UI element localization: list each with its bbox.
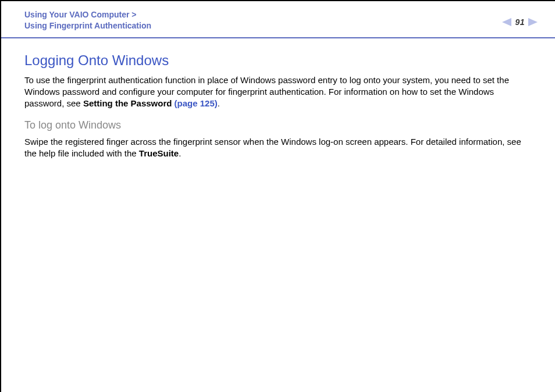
breadcrumb: Using Your VAIO Computer > Using Fingerp… bbox=[24, 9, 151, 31]
prev-page-icon[interactable] bbox=[502, 18, 511, 26]
svg-marker-1 bbox=[528, 18, 538, 26]
intro-text-end: . bbox=[218, 98, 220, 108]
page-reference-link[interactable]: (page 125) bbox=[175, 98, 218, 108]
page-content: Logging Onto Windows To use the fingerpr… bbox=[1, 38, 555, 159]
sub-text-end: . bbox=[179, 148, 181, 158]
sub-bold-ref: TrueSuite bbox=[139, 148, 179, 158]
page-nav: 91 bbox=[502, 9, 538, 27]
sub-text: Swipe the registered finger across the f… bbox=[24, 137, 521, 158]
intro-paragraph: To use the fingerprint authentication fu… bbox=[24, 74, 532, 110]
section-title: Logging Onto Windows bbox=[24, 52, 532, 69]
svg-marker-0 bbox=[502, 18, 511, 26]
page-number: 91 bbox=[515, 17, 525, 27]
sub-paragraph: Swipe the registered finger across the f… bbox=[24, 136, 532, 160]
subheading: To log onto Windows bbox=[24, 119, 532, 131]
breadcrumb-line-2[interactable]: Using Fingerprint Authentication bbox=[24, 21, 151, 30]
page-header: Using Your VAIO Computer > Using Fingerp… bbox=[1, 1, 555, 38]
intro-bold-ref: Setting the Password bbox=[83, 98, 175, 108]
breadcrumb-line-1[interactable]: Using Your VAIO Computer > bbox=[24, 10, 137, 19]
next-page-icon[interactable] bbox=[528, 18, 538, 26]
